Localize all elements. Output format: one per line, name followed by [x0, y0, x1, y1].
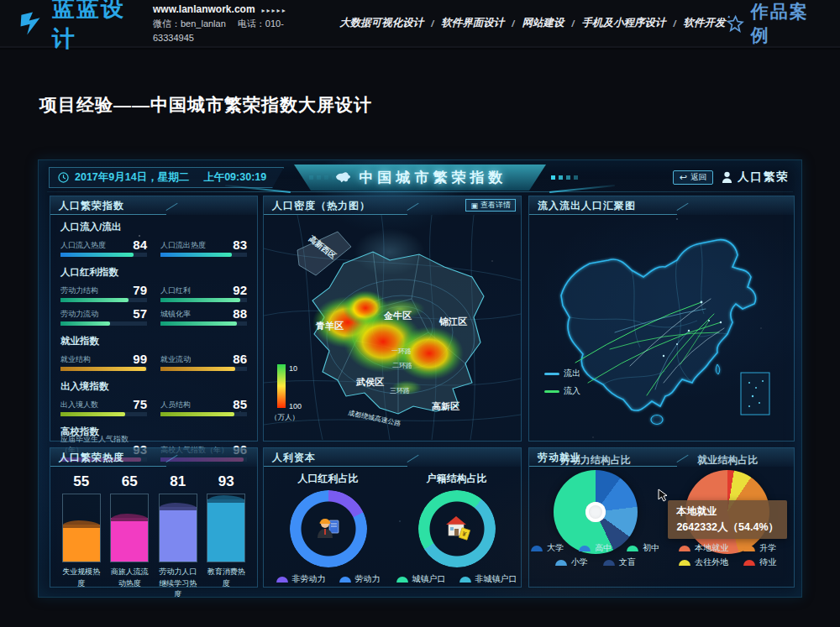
flow-legend: 流出 流入 — [544, 368, 580, 397]
inflow-swatch — [544, 390, 559, 393]
tank-chart: 81 劳动力人口继续学习热度 — [156, 472, 200, 598]
nav-separator: / — [431, 18, 433, 29]
panel-employment: 劳动力结构占比 大学 高中 初中 小学 文盲 — [528, 447, 795, 588]
svg-text:锦江区: 锦江区 — [438, 316, 467, 327]
logo-text: 蓝蓝设计 — [52, 0, 139, 54]
pie-center — [585, 502, 606, 522]
user-icon — [722, 171, 732, 184]
svg-text:（万人）: （万人） — [270, 413, 299, 421]
progress-bar — [60, 321, 147, 326]
website-url[interactable]: www.lanlanwork.com — [153, 3, 255, 15]
details-icon: ▣ — [470, 201, 478, 210]
panel-density-heatmap: 人口密度（热力图） ▣ 查看详情 — [263, 196, 522, 442]
metric: 人口流入热度84 — [60, 237, 147, 257]
date-label: 2017年9月14日，星期二 — [75, 170, 189, 185]
datetime-box: 2017年9月14日，星期二 上午09:30:19 — [49, 167, 284, 188]
tank-chart: 55 失业规模热度 — [60, 472, 103, 598]
metric: 劳动力结构79 — [60, 282, 147, 302]
progress-bar — [160, 298, 247, 302]
metric: 人口红利92 — [160, 282, 247, 302]
china-map-icon — [333, 170, 352, 185]
panel-title: 人口繁荣指数 — [50, 196, 257, 215]
metric-value: 99 — [133, 353, 147, 365]
section-title: 人口红利指数 — [60, 266, 247, 279]
back-arrow-icon: ↩ — [680, 173, 687, 182]
svg-text:三环路: 三环路 — [390, 387, 410, 394]
outflow-label: 流出 — [564, 368, 580, 379]
metric-label: 就业流动 — [160, 354, 191, 365]
tank-label: 劳动力人口 — [156, 567, 200, 578]
progress-bar — [160, 412, 247, 416]
taiwan-island — [716, 364, 720, 374]
nav-item-dev[interactable]: 软件开发 — [684, 16, 726, 30]
portfolio-cases-button[interactable]: 作品案例 — [726, 0, 820, 47]
metric: 人员结构85 — [160, 396, 247, 416]
details-label: 查看详情 — [480, 200, 511, 211]
islands-inset-box — [741, 373, 769, 415]
labor-legend: 大学 高中 初中 小学 文盲 — [529, 542, 662, 568]
metric-label: 出入境人数 — [60, 400, 98, 410]
svg-text:青羊区: 青羊区 — [315, 321, 344, 331]
star-icon — [726, 13, 745, 34]
household-legend: 城镇户口 非城镇户口 — [392, 573, 521, 585]
panel-prosperity-heat: 人口繁荣热度 55 失业规模热度 65 商旅人流流动热度 81 劳动力人口继续学… — [50, 447, 258, 588]
metric: 就业流动86 — [160, 351, 247, 371]
svg-text:二环路: 二环路 — [392, 362, 412, 369]
nav-item-bigdata[interactable]: 大数据可视化设计 — [339, 16, 423, 30]
tooltip-value: 2642332人（54.4%） — [676, 520, 779, 535]
back-button[interactable]: ↩ 返回 — [673, 170, 713, 185]
wechat-label: 微信：ben_lanlan — [153, 18, 226, 29]
metric-label: 城镇化率 — [160, 309, 191, 320]
back-label: 返回 — [690, 172, 706, 183]
metric-value: 84 — [133, 238, 147, 251]
heat-legend: 10 100 （万人） — [270, 364, 302, 421]
inflow-label: 流入 — [564, 385, 580, 397]
view-details-button[interactable]: ▣ 查看详情 — [465, 199, 516, 212]
panel-title: 流入流出人口汇聚图 — [529, 196, 794, 215]
contact-info: www.lanlanwork.com▸▸▸▸▸ 微信：ben_lanlan电话：… — [153, 2, 307, 44]
user-module-label: 人口繁荣 — [738, 170, 790, 185]
metric: 就业结构99 — [60, 351, 147, 371]
nav-item-website[interactable]: 网站建设 — [522, 16, 564, 30]
site-header: 蓝蓝设计 www.lanlanwork.com▸▸▸▸▸ 微信：ben_lanl… — [0, 0, 840, 48]
tank-chart: 93 教育消费热度 — [204, 472, 248, 598]
metric-value: 92 — [233, 284, 247, 296]
nav-item-software-ui[interactable]: 软件界面设计 — [441, 16, 504, 30]
metric-label: 劳动力流动 — [60, 309, 98, 320]
logo[interactable]: 蓝蓝设计 — [18, 0, 139, 54]
employment-legend: 本地就业 升学 去往外地 待业 — [662, 542, 795, 568]
metric-value: 86 — [233, 353, 247, 365]
panel-title: 人利资本 — [264, 448, 521, 467]
svg-text:一环路: 一环路 — [391, 347, 412, 355]
nav-separator: / — [512, 18, 514, 29]
metric-label: 劳动力结构 — [60, 285, 98, 296]
dividend-legend: 非劳动力 劳动力 — [264, 573, 392, 585]
dashboard: 2017年9月14日，星期二 上午09:30:19 中国城市繁荣指数 ↩ 返回 — [38, 159, 802, 598]
tank-value: 65 — [108, 473, 151, 490]
progress-bar — [160, 367, 247, 371]
panel-flow-map: 流入流出人口汇聚图 — [528, 196, 795, 442]
chart-title: 人口红利占比 — [264, 472, 392, 486]
metric-value: 79 — [133, 284, 147, 296]
cursor-icon — [658, 489, 669, 502]
progress-bar — [160, 253, 247, 257]
svg-text:武侯区: 武侯区 — [355, 377, 384, 387]
decor-dots-right — [551, 175, 578, 180]
nav-item-mobile[interactable]: 手机及小程序设计 — [581, 16, 665, 30]
house-icon: ¥ — [442, 513, 472, 545]
plaque-wing-right — [549, 185, 615, 193]
panel-title: 人口繁荣热度 — [50, 448, 257, 467]
panel-human-capital: 人利资本 人口红利占比 — [263, 447, 522, 588]
labor-structure-pie — [554, 470, 638, 554]
tank-value: 55 — [60, 473, 103, 490]
tank-label: 商旅人流流动热度 — [108, 567, 151, 589]
tank-value: 93 — [204, 473, 248, 490]
section-title: 人口流入/流出 — [60, 221, 247, 233]
svg-text:100: 100 — [289, 402, 302, 410]
donut-chart-dividend: 人口红利占比 非劳动力 劳动力 — [264, 467, 392, 588]
metric: 出入境人数75 — [60, 396, 147, 416]
heatmap-container: 青羊区 金牛区 锦江区 武侯区 高新区 高新西区 一环路 二环路 三环路 成都绕… — [264, 215, 521, 441]
nav-separator: / — [571, 18, 574, 29]
arrow-icons: ▸▸▸▸▸ — [262, 7, 287, 14]
metric-value: 75 — [133, 398, 147, 410]
